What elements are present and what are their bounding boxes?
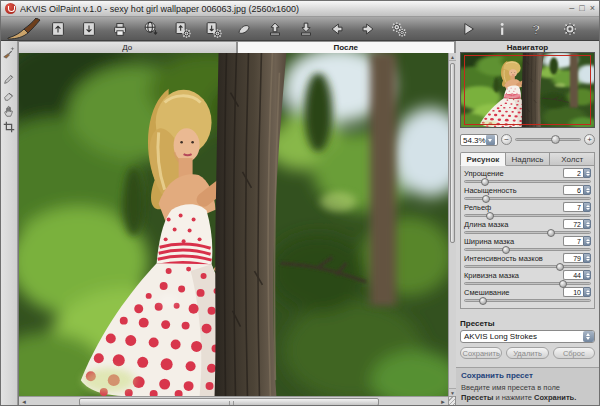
vertical-scrollbar[interactable]: ▲ ▼ xyxy=(448,53,456,396)
param-slider-thumb[interactable] xyxy=(559,280,567,288)
parameters-list: Упрощение 2 Насыщенность 6 xyxy=(460,166,595,309)
param-slider-thumb[interactable] xyxy=(556,263,564,271)
spinner-arrows-icon[interactable] xyxy=(583,219,591,229)
param-slider-thumb[interactable] xyxy=(547,229,555,237)
title-bar: AKVIS OilPaint v.1.0 - sexy hot girl wal… xyxy=(1,1,599,17)
quick-preview-brush-button[interactable] xyxy=(2,44,17,59)
param-tab-Холст[interactable]: Холст xyxy=(550,152,595,166)
preset-delete-button[interactable]: Удалить xyxy=(506,347,548,359)
param-label: Ширина мазка xyxy=(464,237,514,246)
save-image-button[interactable] xyxy=(78,19,100,39)
param-slider[interactable] xyxy=(464,282,591,285)
preset-dropdown-icon[interactable] xyxy=(583,331,594,342)
info-icon xyxy=(493,20,511,38)
tab-before[interactable]: До xyxy=(18,41,237,53)
crop-tool-button[interactable] xyxy=(2,119,17,134)
vertical-scroll-thumb[interactable] xyxy=(450,63,455,243)
preferences-button[interactable] xyxy=(559,19,581,39)
param-slider[interactable] xyxy=(464,180,591,183)
photo-canvas[interactable] xyxy=(19,53,448,396)
spinner-arrows-icon[interactable] xyxy=(583,202,591,212)
load-settings-icon xyxy=(173,20,191,38)
param-value-spinner[interactable]: 7 xyxy=(563,202,591,212)
param-slider-thumb[interactable] xyxy=(502,246,510,254)
hand-tool-icon xyxy=(2,104,16,118)
run-button[interactable] xyxy=(457,19,479,39)
param-row-0: Упрощение 2 xyxy=(464,168,591,185)
scroll-right-icon[interactable]: ► xyxy=(438,397,448,406)
param-slider[interactable] xyxy=(464,265,591,268)
scroll-up-icon[interactable]: ▲ xyxy=(449,53,456,61)
horizontal-scroll-thumb[interactable] xyxy=(79,398,379,406)
param-slider[interactable] xyxy=(464,231,591,234)
redo-button[interactable] xyxy=(357,19,379,39)
eraser-tool-button[interactable] xyxy=(2,87,17,102)
spinner-arrows-icon[interactable] xyxy=(583,253,591,263)
spinner-arrows-icon[interactable] xyxy=(583,185,591,195)
param-value-spinner[interactable]: 7 xyxy=(563,236,591,246)
toolbar-left-group xyxy=(47,19,419,39)
param-value-spinner[interactable]: 2 xyxy=(563,168,591,178)
param-slider[interactable] xyxy=(464,214,591,217)
scroll-down-icon[interactable]: ▼ xyxy=(449,388,456,396)
spinner-arrows-icon[interactable] xyxy=(583,236,591,246)
help-button[interactable]: ? xyxy=(525,19,547,39)
hand-tool-button[interactable] xyxy=(2,103,17,118)
scroll-left-icon[interactable]: ◄ xyxy=(19,397,29,406)
navigator-thumbnail[interactable] xyxy=(460,52,595,128)
download-share-button[interactable] xyxy=(295,19,317,39)
navigator-view-frame[interactable] xyxy=(464,55,591,125)
param-tab-Рисунок[interactable]: Рисунок xyxy=(460,152,506,166)
batch-processing-button[interactable] xyxy=(388,19,410,39)
zoom-slider-thumb[interactable] xyxy=(551,135,560,144)
preset-save-button[interactable]: Сохранить xyxy=(460,347,502,359)
open-image-button[interactable] xyxy=(47,19,69,39)
app-window: AKVIS OilPaint v.1.0 - sexy hot girl wal… xyxy=(0,0,600,406)
param-value-spinner[interactable]: 6 xyxy=(563,185,591,195)
param-value: 72 xyxy=(563,219,583,229)
paintbrush-logo-icon xyxy=(7,18,41,40)
spinner-arrows-icon[interactable] xyxy=(583,168,591,178)
spinner-arrows-icon[interactable] xyxy=(583,287,591,297)
upload-share-button[interactable] xyxy=(264,19,286,39)
tab-after[interactable]: После xyxy=(237,41,456,53)
param-value: 2 xyxy=(563,168,583,178)
print-icon xyxy=(111,20,129,38)
param-value-spinner[interactable]: 44 xyxy=(563,270,591,280)
param-value-spinner[interactable]: 72 xyxy=(563,219,591,229)
zoom-slider[interactable] xyxy=(515,138,581,141)
presets-label: Пресеты xyxy=(460,319,595,328)
left-tool-strip xyxy=(1,41,18,405)
param-slider-thumb[interactable] xyxy=(479,297,487,305)
close-button[interactable]: × xyxy=(590,4,595,13)
eraser-button[interactable] xyxy=(233,19,255,39)
undo-button[interactable] xyxy=(326,19,348,39)
param-slider-thumb[interactable] xyxy=(481,178,489,186)
param-value-spinner[interactable]: 10 xyxy=(563,287,591,297)
pencil-tool-button[interactable] xyxy=(2,71,17,86)
navigator-title: Навигатор xyxy=(460,43,595,52)
param-slider-thumb[interactable] xyxy=(486,212,494,220)
parameter-tabs: РисунокНадписьХолст xyxy=(460,152,595,166)
param-tab-Надпись[interactable]: Надпись xyxy=(506,152,551,166)
post-to-web-button[interactable] xyxy=(140,19,162,39)
zoom-dropdown-icon[interactable] xyxy=(486,135,495,145)
param-value-spinner[interactable]: 79 xyxy=(563,253,591,263)
param-slider[interactable] xyxy=(464,197,591,200)
preset-reset-button[interactable]: Сброс xyxy=(553,347,595,359)
maximize-button[interactable]: □ xyxy=(579,4,584,13)
zoom-out-button[interactable]: − xyxy=(501,134,512,145)
zoom-value-box[interactable]: 54.3% xyxy=(460,134,498,146)
param-slider-thumb[interactable] xyxy=(482,195,490,203)
minimize-button[interactable]: – xyxy=(569,4,574,13)
param-slider[interactable] xyxy=(464,299,591,302)
print-button[interactable] xyxy=(109,19,131,39)
save-settings-button[interactable] xyxy=(202,19,224,39)
info-button[interactable] xyxy=(491,19,513,39)
horizontal-scrollbar[interactable]: ◄ ► xyxy=(19,396,448,406)
preset-select[interactable]: AKVIS Long Strokes xyxy=(460,330,595,343)
load-settings-button[interactable] xyxy=(171,19,193,39)
zoom-in-button[interactable]: + xyxy=(584,134,595,145)
param-slider[interactable] xyxy=(464,248,591,251)
spinner-arrows-icon[interactable] xyxy=(583,270,591,280)
